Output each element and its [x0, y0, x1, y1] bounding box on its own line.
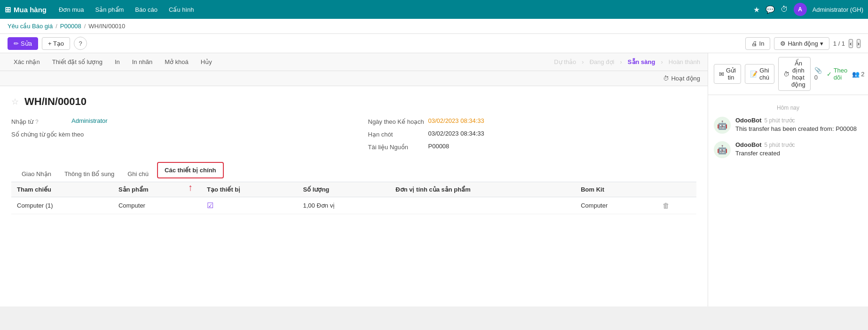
- prev-button[interactable]: ‹: [849, 39, 852, 48]
- print-button[interactable]: 🖨 In: [745, 37, 771, 50]
- pagination-text: 1 / 1: [833, 40, 845, 47]
- odoobot-avatar-2: 🤖: [714, 141, 731, 158]
- btn-in-nhan[interactable]: In nhãn: [126, 56, 158, 68]
- tab-cac-thiet-bi[interactable]: Các thiết bị chính: [157, 162, 224, 178]
- favorite-star-icon[interactable]: ☆: [11, 97, 19, 107]
- stage-du-thao[interactable]: Dự thảo: [554, 58, 576, 65]
- pagination-area: 1 / 1 ‹ ›: [833, 39, 860, 48]
- menu-don-mua[interactable]: Đơn mua: [54, 4, 89, 15]
- gear-icon: ⚙: [780, 40, 786, 47]
- field-nhap-tu: Nhập từ ? Administrator: [11, 117, 340, 125]
- table-area: Tham chiếu Sản phẩm Tạo thiết bị Số lượn…: [11, 182, 696, 214]
- ngay-ke-hoach-value[interactable]: 03/02/2023 08:34:33: [428, 117, 484, 124]
- stage-san-sang[interactable]: Sẵn sàng: [628, 58, 655, 65]
- checkmark-icon: ✓: [827, 71, 832, 78]
- chat-meta-2: OdooBot 5 phút trước: [735, 141, 862, 148]
- han-chot-value[interactable]: 03/02/2023 08:34:33: [428, 130, 484, 137]
- app-logo[interactable]: ⊞ Mua hàng: [5, 5, 47, 14]
- col-tham-chieu: Tham chiếu: [11, 182, 113, 197]
- send-message-button[interactable]: ✉ Gửi tin: [714, 64, 741, 84]
- stage-indicators: Dự thảo › Đang đợi › Sẵn sàng › Hoàn thà…: [554, 58, 700, 65]
- chat-messages: Hôm nay 🤖 OdooBot 5 phút trước This tran…: [708, 95, 868, 306]
- cell-reference: Computer (1): [11, 197, 113, 214]
- new-button[interactable]: + Tạo: [42, 37, 70, 50]
- field-ngay-ke-hoach: Ngày theo Kế hoạch 03/02/2023 08:34:33: [368, 117, 697, 125]
- clock-nav-icon[interactable]: ⏱: [781, 5, 788, 14]
- chat-nav-icon[interactable]: 💬: [765, 5, 775, 14]
- help-button[interactable]: ?: [74, 37, 87, 50]
- col-tao-thiet-bi: Tạo thiết bị: [201, 182, 297, 197]
- chat-time-2: 5 phút trước: [765, 142, 795, 148]
- stage-hoan-thanh[interactable]: Hoàn thành: [669, 58, 700, 65]
- field-so-chung-tu: Số chứng từ gốc kèm theo: [11, 130, 340, 138]
- form-fields: Nhập từ ? Administrator Số chứng từ gốc …: [11, 117, 696, 155]
- btn-thiet-dat[interactable]: Thiết đặt số lượng: [46, 56, 109, 68]
- btn-in[interactable]: In: [109, 56, 126, 68]
- devices-table: Tham chiếu Sản phẩm Tạo thiết bị Số lượn…: [11, 182, 696, 214]
- breadcrumb-rfq[interactable]: Yêu cầu Báo giá: [8, 23, 53, 30]
- chat-text-1: This transfer has been created from: P00…: [735, 125, 862, 133]
- top-nav-right: ★ 💬 ⏱ A Administrator (GH): [753, 3, 863, 16]
- follow-button[interactable]: ✓ Theo dõi: [827, 67, 848, 81]
- menu-cau-hinh[interactable]: Cấu hình: [164, 4, 199, 15]
- form-area: ☆ WH/IN/00010 Nhập từ ? Administrator Số…: [0, 86, 708, 224]
- activity-button[interactable]: ⏱ Hoạt động: [663, 75, 700, 82]
- clock-icon: ⏱: [783, 71, 789, 78]
- nhap-tu-value[interactable]: Administrator: [71, 117, 108, 124]
- tai-lieu-nguon-value[interactable]: P00008: [428, 143, 450, 150]
- user-avatar[interactable]: A: [794, 3, 807, 16]
- form-col-left: Nhập từ ? Administrator Số chứng từ gốc …: [11, 117, 340, 155]
- breadcrumb: Yêu cầu Báo giá / P00008 / WH/IN/00010: [0, 19, 868, 34]
- btn-xac-nhan[interactable]: Xác nhận: [8, 56, 46, 68]
- cell-trash: 🗑: [657, 197, 696, 214]
- tab-ghi-chu[interactable]: Ghi chú: [121, 167, 155, 182]
- content-area: Xác nhận Thiết đặt số lượng In In nhãn M…: [0, 53, 708, 306]
- action-button[interactable]: ⚙ Hành động ▾: [774, 37, 829, 50]
- stage-dang-doi[interactable]: Đang đợi: [590, 58, 615, 65]
- chat-bubble-2: OdooBot 5 phút trước Transfer created: [735, 141, 862, 158]
- attachment-count: 📎 0: [814, 67, 822, 81]
- col-actions: [657, 182, 696, 197]
- chat-name-2: OdooBot: [735, 141, 762, 148]
- tab-giao-nhan[interactable]: Giao Nhận: [15, 167, 58, 182]
- btn-mo-khoa[interactable]: Mở khoá: [158, 56, 195, 68]
- activity-icon: ⏱: [663, 75, 669, 82]
- send-icon: ✉: [719, 71, 724, 78]
- trash-icon[interactable]: 🗑: [663, 201, 670, 209]
- paperclip-icon[interactable]: 📎: [814, 67, 822, 74]
- print-icon: 🖨: [751, 40, 758, 47]
- menu-san-pham[interactable]: Sản phẩm: [91, 4, 129, 15]
- breadcrumb-p00008[interactable]: P00008: [60, 23, 81, 30]
- help-nhap-tu-icon[interactable]: ?: [35, 119, 39, 125]
- cell-bom-kit: Computer: [575, 197, 657, 214]
- checkbox-icon[interactable]: ☑: [207, 201, 213, 209]
- breadcrumb-current: WH/IN/00010: [88, 23, 125, 30]
- btn-huy[interactable]: Hủy: [195, 56, 218, 68]
- col-so-luong: Số lượng: [298, 182, 390, 197]
- username: Administrator (GH): [813, 6, 863, 13]
- grid-icon: ⊞: [5, 5, 11, 14]
- next-button[interactable]: ›: [857, 39, 860, 48]
- form-title: WH/IN/00010: [24, 96, 87, 108]
- cell-create-device: ☑: [201, 197, 297, 214]
- cell-quantity: 1,00 Đơn vị: [298, 197, 390, 214]
- chat-text-2: Transfer created: [735, 149, 862, 158]
- form-col-right: Ngày theo Kế hoạch 03/02/2023 08:34:33 H…: [368, 117, 697, 155]
- menu-bao-cao[interactable]: Báo cáo: [130, 4, 162, 15]
- top-navigation: ⊞ Mua hàng Đơn mua Sản phẩm Báo cáo Cấu …: [0, 0, 868, 19]
- chat-time-1: 5 phút trước: [765, 117, 795, 124]
- date-divider: Hôm nay: [714, 105, 862, 111]
- chat-panel: ✉ Gửi tin 📝 Ghi chú ⏱ Ấn định hoạt động …: [708, 53, 868, 306]
- chat-right-tools: 📎 0 ✓ Theo dõi 👥 2: [814, 67, 865, 81]
- edit-button[interactable]: ✏ Sửa: [8, 37, 38, 50]
- note-icon: 📝: [750, 71, 758, 78]
- action-bar: ✏ Sửa + Tạo ? 🖨 In ⚙ Hành động ▾ 1 / 1 ‹…: [0, 34, 868, 53]
- tab-thong-tin[interactable]: Thông tin Bổ sung: [58, 167, 121, 182]
- assign-activity-button[interactable]: ⏱ Ấn định hoạt động: [778, 57, 811, 91]
- star-nav-icon[interactable]: ★: [753, 5, 760, 14]
- tabs-bar: Giao Nhận Thông tin Bổ sung Ghi chú Các …: [11, 167, 696, 182]
- people-count[interactable]: 👥 2: [852, 71, 864, 78]
- note-button[interactable]: 📝 Ghi chú: [745, 64, 774, 84]
- col-bom-kit: Bom Kit: [575, 182, 657, 197]
- top-menu: Đơn mua Sản phẩm Báo cáo Cấu hình: [54, 4, 746, 15]
